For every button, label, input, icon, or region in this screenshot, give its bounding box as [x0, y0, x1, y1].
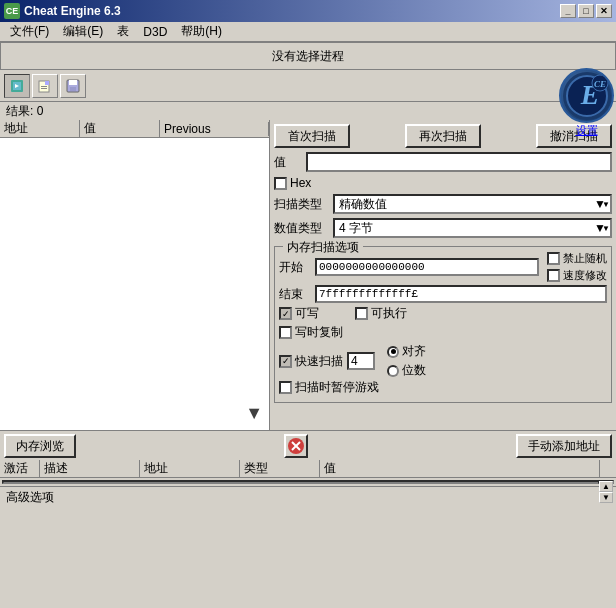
value-type-wrapper[interactable]: 4 字节 ▼: [333, 218, 612, 238]
col-active: 激活: [0, 460, 40, 477]
start-label: 开始: [279, 259, 311, 276]
svg-rect-4: [41, 88, 47, 89]
fast-scan-checkbox[interactable]: ✓: [279, 355, 292, 368]
col-previous: Previous: [160, 122, 269, 136]
pause-game-label[interactable]: 扫描时暂停游戏: [279, 379, 379, 396]
scan-type-label: 扫描类型: [274, 196, 329, 213]
add-address-button[interactable]: 手动添加地址: [516, 434, 612, 458]
pause-game-row: 扫描时暂停游戏: [279, 379, 607, 396]
advanced-bar[interactable]: 高级选项: [0, 486, 616, 508]
menu-file[interactable]: 文件(F): [4, 22, 55, 41]
maximize-button[interactable]: □: [578, 4, 594, 18]
settings-label[interactable]: 设置: [576, 123, 598, 138]
fast-scan-row: ✓ 快速扫描 对齐 位数: [279, 343, 607, 379]
col-addr: 地址: [140, 460, 240, 477]
fast-scan-input[interactable]: [347, 352, 375, 370]
scan-options-panel: 首次扫描 再次扫描 撤消扫描 值 Hex 扫描类型 精确数值 ▼: [270, 120, 616, 430]
value-type-select[interactable]: 4 字节 ▼: [333, 218, 612, 238]
title-bar: CE Cheat Engine 6.3 _ □ ✕: [0, 0, 616, 22]
menu-d3d[interactable]: D3D: [137, 24, 173, 40]
value-type-label: 数值类型: [274, 220, 329, 237]
digits-label[interactable]: 位数: [387, 362, 426, 379]
speed-modify-checkbox[interactable]: [547, 269, 560, 282]
minimize-button[interactable]: _: [560, 4, 576, 18]
result-count: 结果: 0: [6, 103, 43, 120]
dropdown-arrow-icon2: ▼: [594, 221, 606, 235]
svg-rect-7: [70, 87, 76, 91]
align-radio[interactable]: [387, 346, 399, 358]
cancel-icon-button[interactable]: [284, 434, 308, 458]
end-label: 结束: [279, 286, 311, 303]
main-layout: 地址 值 Previous ▼ 首次扫描 再次扫描 撤消扫描 值 Hex: [0, 120, 616, 430]
svg-rect-6: [69, 80, 77, 85]
next-scan-button[interactable]: 再次扫描: [405, 124, 481, 148]
advanced-label: 高级选项: [6, 489, 54, 506]
svg-text:CE: CE: [593, 79, 605, 89]
value-label: 值: [274, 154, 302, 171]
window-controls[interactable]: _ □ ✕: [560, 4, 612, 18]
menu-table[interactable]: 表: [111, 22, 135, 41]
executable-label[interactable]: 可执行: [355, 305, 407, 322]
memory-scan-group: 内存扫描选项 开始 禁止随机 速度修改 结束: [274, 246, 612, 403]
align-label[interactable]: 对齐: [387, 343, 426, 360]
logo-area: E CE 设置: [559, 68, 614, 138]
writable-label[interactable]: ✓ 可写: [279, 305, 319, 322]
process-bar[interactable]: 没有选择进程: [0, 42, 616, 70]
open-process-button[interactable]: [4, 74, 30, 98]
digits-radio[interactable]: [387, 365, 399, 377]
close-button[interactable]: ✕: [596, 4, 612, 18]
window-title: Cheat Engine 6.3: [24, 4, 121, 18]
address-list-panel: 地址 值 Previous ▼: [0, 120, 270, 430]
scroll-down-button[interactable]: ▼: [599, 492, 613, 503]
value-row: 值: [274, 152, 612, 172]
process-title: 没有选择进程: [272, 48, 344, 65]
app-icon: CE: [4, 3, 20, 19]
scan-type-wrapper[interactable]: 精确数值 ▼: [333, 194, 612, 214]
svg-rect-3: [41, 86, 47, 87]
toolbar: [0, 71, 616, 101]
first-scan-button[interactable]: 首次扫描: [274, 124, 350, 148]
memory-browse-button[interactable]: 内存浏览: [4, 434, 76, 458]
save-button[interactable]: [60, 74, 86, 98]
dropdown-arrow-icon: ▼: [594, 197, 606, 211]
col-desc: 描述: [40, 460, 140, 477]
fast-scan-label[interactable]: ✓ 快速扫描: [279, 353, 343, 370]
cheat-table: 激活 描述 地址 类型 值 ▲ ▼: [0, 460, 616, 486]
address-list-header: 地址 值 Previous: [0, 120, 269, 138]
writable-row: ✓ 可写 可执行: [279, 305, 607, 322]
menu-edit[interactable]: 编辑(E): [57, 22, 109, 41]
col-address: 地址: [0, 120, 80, 137]
writable-checkbox[interactable]: ✓: [279, 307, 292, 320]
disable-random-label[interactable]: 禁止随机: [547, 251, 607, 266]
end-input[interactable]: [315, 285, 607, 303]
hex-checkbox[interactable]: [274, 177, 287, 190]
open-file-button[interactable]: [32, 74, 58, 98]
scroll-up-button[interactable]: ▲: [599, 481, 613, 492]
speed-modify-label[interactable]: 速度修改: [547, 268, 607, 283]
cheat-table-header: 激活 描述 地址 类型 值: [0, 460, 616, 478]
col-type: 类型: [240, 460, 320, 477]
app-logo: E CE: [559, 68, 614, 123]
value-input[interactable]: [306, 152, 612, 172]
col-value: 值: [80, 120, 160, 137]
col-val: 值: [320, 460, 600, 477]
value-type-row: 数值类型 4 字节 ▼: [274, 218, 612, 238]
hex-checkbox-label[interactable]: Hex: [274, 176, 311, 190]
hex-row: Hex: [274, 176, 612, 190]
menu-help[interactable]: 帮助(H): [175, 22, 228, 41]
copy-on-write-row: 写时复制: [279, 324, 607, 341]
copy-on-write-label[interactable]: 写时复制: [279, 324, 343, 341]
copy-on-write-checkbox[interactable]: [279, 326, 292, 339]
menu-bar: 文件(F) 编辑(E) 表 D3D 帮助(H): [0, 22, 616, 42]
disable-random-checkbox[interactable]: [547, 252, 560, 265]
bottom-action-bar: 内存浏览 手动添加地址: [0, 430, 616, 460]
result-row: 结果: 0: [0, 102, 616, 120]
scan-type-select[interactable]: 精确数值 ▼: [333, 194, 612, 214]
address-list-body[interactable]: ▼: [0, 138, 269, 430]
cheat-table-body[interactable]: [2, 480, 614, 484]
executable-checkbox[interactable]: [355, 307, 368, 320]
end-row: 结束: [279, 285, 607, 303]
start-input[interactable]: [315, 258, 539, 276]
pause-game-checkbox[interactable]: [279, 381, 292, 394]
arrow-down-icon: ▼: [245, 403, 263, 423]
